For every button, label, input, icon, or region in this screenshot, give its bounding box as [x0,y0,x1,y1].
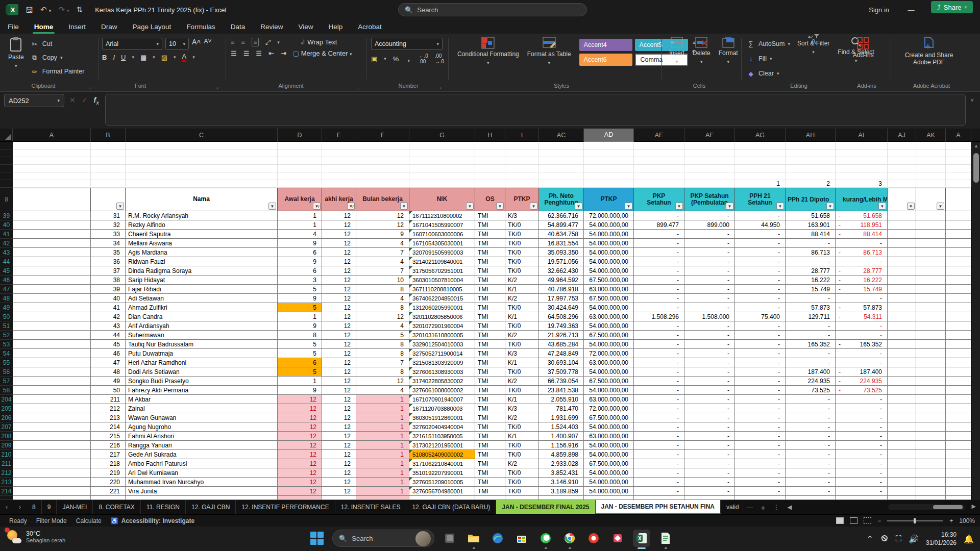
filter-dropdown-icon[interactable]: ▼ [878,203,886,210]
cell-akhir-kerja[interactable]: 12 [322,404,356,413]
cell-pkp-pembulatan[interactable]: - [684,349,735,358]
cell-AD[interactable] [584,157,634,165]
cell-kurang-lebih[interactable]: - [836,395,888,404]
cell-kurang-lebih[interactable]: - [836,450,888,459]
cell-os[interactable]: TMI [475,459,505,468]
cell-ph-neto[interactable]: 43.685.284 [539,340,584,349]
cell-employee-number[interactable]: 220 [91,478,126,487]
cell-kurang-lebih[interactable]: -224.935 [836,377,888,386]
cell-pph21-setahun[interactable]: - [735,321,786,331]
cell-pph21-setahun[interactable]: - [735,450,786,459]
sign-in-button[interactable]: Sign in [862,6,896,14]
sheet-tab-12-insentif-sales[interactable]: 12. INSENTIF SALES [335,500,407,514]
cell-AJ[interactable] [888,157,916,165]
cell-ph-neto[interactable]: 47.248.849 [539,349,584,358]
cell-nik[interactable]: 1671041505990007 [409,220,475,230]
cell-AF[interactable] [684,149,735,157]
column-header-AF[interactable]: AF [684,129,735,142]
cell-pph21-setahun[interactable]: 75.400 [735,312,786,321]
cell-AG6[interactable]: 1 [735,180,786,188]
cell-pph21-setahun[interactable]: - [735,294,786,303]
cell-AK[interactable] [916,377,946,386]
cell-AL[interactable] [946,266,971,276]
column-header-A[interactable]: A [13,129,91,142]
cell-ptkp-status[interactable]: K/2 [505,377,539,386]
cell-os[interactable]: TMI [475,294,505,303]
cell-ptkp-status[interactable]: TK/0 [505,478,539,487]
cell-pkp-setahun[interactable]: - [634,321,684,331]
cell-employee-name[interactable]: Dodi Aris Setiawan [126,367,278,377]
cell-pph21-dipotong[interactable]: - [786,478,836,487]
cell-pph21-dipotong[interactable]: - [786,321,836,331]
cell-akhir-kerja[interactable]: 12 [322,303,356,312]
cell-ph-neto[interactable]: 66.739.054 [539,377,584,386]
cell-pkp-setahun[interactable]: - [634,349,684,358]
clear-button[interactable]: ◆Clear▾ [746,67,790,80]
cell-ptkp-amount[interactable]: 54.000.000,00 [584,321,634,331]
header-A[interactable] [13,188,91,211]
cell-os[interactable]: TMI [475,340,505,349]
cell-ptkp-amount[interactable]: 72.000.000,00 [584,404,634,413]
minimize-button[interactable]: — [899,0,923,19]
cell-nik[interactable]: 1671112310800002 [409,211,475,220]
cell-bulan-bekerja[interactable]: 4 [356,239,409,248]
cell-kurang-lebih[interactable]: - [836,422,888,432]
cell-A[interactable] [13,172,91,180]
sheet-tab-11-resign[interactable]: 11. RESIGN [141,500,186,514]
cell-ptkp-status[interactable]: K/1 [505,312,539,321]
cell-nik[interactable]: 3510192207990001 [409,468,475,478]
cell-AJ[interactable] [888,377,916,386]
cell-A54[interactable] [13,349,91,358]
cell-ph-neto[interactable]: 16.831.554 [539,239,584,248]
cell-awal-kerja[interactable]: 12 [278,478,322,487]
cell-os[interactable]: TMI [475,413,505,422]
cell-ptkp-status[interactable]: K/2 [505,331,539,340]
cell-pph21-dipotong[interactable]: - [786,413,836,422]
cell-bulan-bekerja[interactable]: 8 [356,285,409,294]
cell-employee-number[interactable]: 217 [91,450,126,459]
cell-employee-name[interactable]: Dian Candra [126,312,278,321]
cell-pph21-setahun[interactable]: - [735,349,786,358]
header-ptkp-status[interactable]: PTKP▼ [505,188,539,211]
conditional-formatting-button[interactable]: Conditional Formatting▾ [453,34,523,68]
cell-AL[interactable] [946,459,971,468]
sheet-nav-right-icon[interactable]: › [13,500,27,514]
cell-kurang-lebih[interactable]: - [836,468,888,478]
cell-kurang-lebih[interactable]: -73.525 [836,386,888,395]
row-number-54[interactable]: 54 [0,349,13,358]
cell-ph-neto[interactable]: 3.852.431 [539,468,584,478]
app-icon-red-circle[interactable] [585,530,602,547]
cell-ph-neto[interactable]: 37.509.778 [539,367,584,377]
filter-dropdown-icon[interactable]: ▼ [268,203,276,210]
cell-A44[interactable] [13,257,91,266]
row-number-49[interactable]: 49 [0,303,13,312]
column-header-E[interactable]: E [322,129,356,142]
cell-employee-number[interactable]: 42 [91,312,126,321]
cell-A[interactable] [13,157,91,165]
cell-pkp-pembulatan[interactable]: - [684,358,735,367]
row-number-47[interactable]: 47 [0,285,13,294]
cell-AL[interactable] [946,321,971,331]
cell-H[interactable] [475,157,505,165]
cell-AL[interactable] [946,331,971,340]
cell-ptkp-amount[interactable]: 54.000.000,00 [584,441,634,450]
cell-AJ[interactable] [888,266,916,276]
cell-employee-name[interactable]: Putu Duwatmaja [126,349,278,358]
cell-AJ[interactable] [888,294,916,303]
cell-pph21-dipotong[interactable]: 86.713 [786,248,836,257]
cell-bulan-bekerja[interactable]: 4 [356,257,409,266]
cell-AJ[interactable] [888,239,916,248]
cell-AK[interactable] [916,303,946,312]
cell-AC[interactable] [539,142,584,149]
cell-AI[interactable] [836,172,888,180]
cell-ptkp-amount[interactable]: 67.500.000,00 [584,377,634,386]
cell-F[interactable] [356,157,409,165]
cell-ptkp-amount[interactable]: 54.000.000,00 [584,257,634,266]
cell-pph21-setahun[interactable]: - [735,257,786,266]
cell-A212[interactable] [13,468,91,478]
cell-bulan-bekerja[interactable]: 4 [356,294,409,303]
cell-AJ[interactable] [888,165,916,172]
cell-os[interactable]: TMI [475,367,505,377]
cell-os[interactable]: TMI [475,285,505,294]
cell-AK[interactable] [916,157,946,165]
